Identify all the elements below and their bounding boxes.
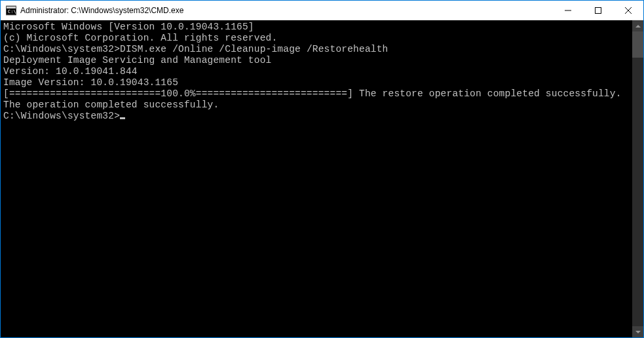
prompt: C:\Windows\system32> xyxy=(3,44,120,54)
svg-text:C:\: C:\ xyxy=(8,9,16,14)
progress-line: [==========================100.0%=======… xyxy=(3,88,632,100)
cursor xyxy=(120,117,125,119)
svg-marker-8 xyxy=(635,331,641,333)
cmd-icon: C:\ xyxy=(6,5,16,16)
close-button[interactable] xyxy=(613,1,643,20)
vertical-scrollbar[interactable] xyxy=(632,20,643,337)
output-line: Image Version: 10.0.19043.1165 xyxy=(3,77,632,88)
svg-rect-1 xyxy=(7,7,16,9)
console-area: Microsoft Windows [Version 10.0.19043.11… xyxy=(1,20,643,337)
prompt-line: C:\Windows\system32>DISM.exe /Online /Cl… xyxy=(3,44,632,55)
window-controls xyxy=(553,1,643,20)
scroll-up-button[interactable] xyxy=(632,20,643,31)
output-line: (c) Microsoft Corporation. All rights re… xyxy=(3,33,632,44)
output-line: Deployment Image Servicing and Managemen… xyxy=(3,55,632,66)
svg-rect-4 xyxy=(596,7,601,13)
output-line: Version: 10.0.19041.844 xyxy=(3,66,632,77)
output-line: Microsoft Windows [Version 10.0.19043.11… xyxy=(3,22,632,33)
titlebar[interactable]: C:\ Administrator: C:\Windows\system32\C… xyxy=(1,1,643,20)
prompt-line: C:\Windows\system32> xyxy=(3,111,632,122)
maximize-button[interactable] xyxy=(583,1,613,20)
output-line: The operation completed successfully. xyxy=(3,100,632,111)
scrollbar-track[interactable] xyxy=(632,31,643,326)
console-output[interactable]: Microsoft Windows [Version 10.0.19043.11… xyxy=(1,20,632,337)
scroll-down-button[interactable] xyxy=(632,326,643,337)
cmd-window: C:\ Administrator: C:\Windows\system32\C… xyxy=(1,1,643,337)
scrollbar-thumb[interactable] xyxy=(632,31,643,58)
minimize-button[interactable] xyxy=(553,1,583,20)
window-title: Administrator: C:\Windows\system32\CMD.e… xyxy=(20,6,553,15)
svg-marker-7 xyxy=(635,25,641,28)
command-text: DISM.exe /Online /Cleanup-image /Restore… xyxy=(120,44,388,54)
prompt: C:\Windows\system32> xyxy=(3,111,120,121)
